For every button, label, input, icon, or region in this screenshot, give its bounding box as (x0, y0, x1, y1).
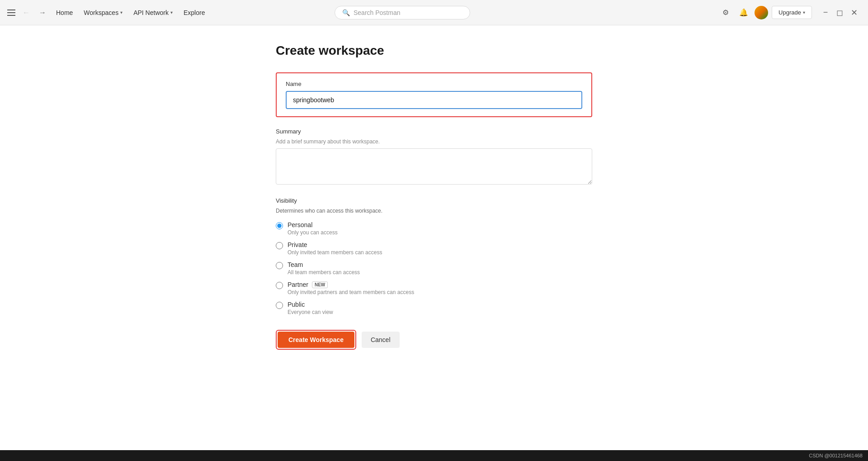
personal-label[interactable]: Personal (288, 221, 338, 228)
summary-sublabel: Add a brief summary about this workspace… (276, 138, 592, 145)
nav-workspaces[interactable]: Workspaces ▾ (80, 7, 126, 18)
footer-text: CSDN @001215461468 (809, 453, 863, 458)
personal-desc: Only you can access (288, 229, 338, 236)
api-network-chevron-icon: ▾ (170, 10, 173, 15)
forward-button[interactable]: → (36, 6, 49, 19)
back-button[interactable]: ← (20, 6, 33, 19)
workspaces-chevron-icon: ▾ (120, 10, 123, 15)
search-icon: 🔍 (342, 9, 350, 16)
partner-label[interactable]: Partner NEW (288, 281, 414, 288)
footer: CSDN @001215461468 (0, 450, 868, 461)
cancel-button[interactable]: Cancel (362, 332, 400, 348)
search-bar[interactable]: 🔍 Search Postman (335, 6, 470, 19)
button-row: Create Workspace Cancel (276, 330, 592, 350)
create-workspace-button[interactable]: Create Workspace (278, 332, 354, 348)
private-desc: Only invited team members can access (288, 249, 382, 256)
titlebar-right: ⚙ 🔔 Upgrade ▾ − ◻ ✕ (718, 5, 861, 20)
visibility-public: Public Everyone can view (276, 301, 592, 315)
partner-radio[interactable] (276, 282, 283, 289)
settings-button[interactable]: ⚙ (718, 5, 733, 20)
private-radio[interactable] (276, 242, 283, 249)
team-label[interactable]: Team (288, 261, 360, 268)
summary-textarea[interactable] (276, 148, 592, 185)
partner-desc: Only invited partners and team members c… (288, 289, 414, 295)
new-badge: NEW (312, 281, 328, 288)
visibility-section: Visibility Determines who can access thi… (276, 197, 592, 315)
summary-section: Summary Add a brief summary about this w… (276, 128, 592, 186)
notifications-button[interactable]: 🔔 (736, 5, 751, 20)
minimize-button[interactable]: − (819, 6, 832, 19)
visibility-partner: Partner NEW Only invited partners and te… (276, 281, 592, 295)
team-desc: All team members can access (288, 269, 360, 276)
create-btn-wrapper: Create Workspace (276, 330, 356, 350)
nav-home[interactable]: Home (52, 7, 76, 18)
visibility-radio-group: Personal Only you can access Private Onl… (276, 221, 592, 315)
team-radio[interactable] (276, 262, 283, 269)
page-title: Create workspace (276, 43, 592, 58)
public-label[interactable]: Public (288, 301, 333, 308)
form-container: Create workspace Name Summary Add a brie… (276, 43, 592, 432)
name-label: Name (286, 81, 582, 87)
visibility-personal: Personal Only you can access (276, 221, 592, 236)
menu-icon[interactable] (7, 8, 16, 17)
close-button[interactable]: ✕ (848, 6, 861, 19)
public-radio[interactable] (276, 302, 283, 309)
search-placeholder: Search Postman (354, 9, 401, 16)
private-label[interactable]: Private (288, 241, 382, 248)
nav-api-network[interactable]: API Network ▾ (130, 7, 176, 18)
window-controls: − ◻ ✕ (819, 6, 861, 19)
visibility-team: Team All team members can access (276, 261, 592, 276)
visibility-sublabel: Determines who can access this workspace… (276, 208, 592, 214)
nav-explore[interactable]: Explore (180, 7, 208, 18)
avatar[interactable] (755, 6, 768, 19)
summary-label: Summary (276, 128, 592, 135)
public-desc: Everyone can view (288, 309, 333, 315)
restore-button[interactable]: ◻ (834, 6, 846, 19)
upgrade-button[interactable]: Upgrade ▾ (772, 6, 812, 19)
titlebar: ← → Home Workspaces ▾ API Network ▾ Expl… (0, 0, 868, 25)
main-content: Create workspace Name Summary Add a brie… (0, 25, 868, 450)
visibility-private: Private Only invited team members can ac… (276, 241, 592, 256)
personal-radio[interactable] (276, 222, 283, 229)
name-section-highlight: Name (276, 72, 592, 117)
name-input[interactable] (286, 91, 582, 109)
upgrade-chevron-icon: ▾ (803, 10, 805, 15)
visibility-label: Visibility (276, 197, 592, 204)
